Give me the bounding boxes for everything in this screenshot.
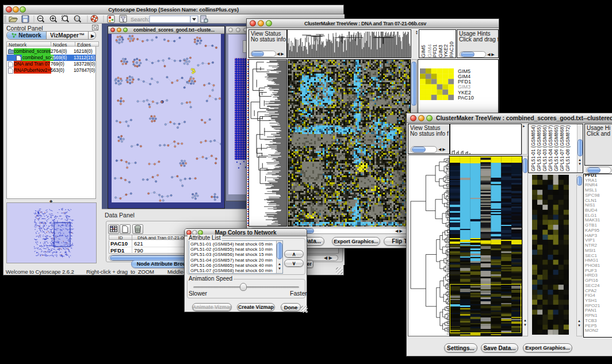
svg-text:1:1: 1:1	[75, 17, 79, 20]
svg-text:Search:: Search:	[131, 16, 150, 22]
